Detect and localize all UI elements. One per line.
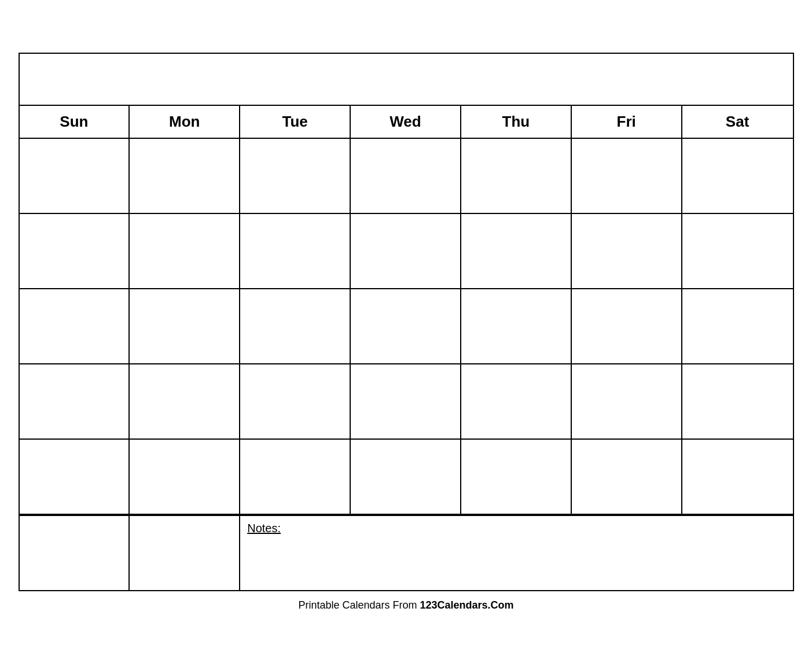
calendar-row xyxy=(20,364,793,440)
calendar-cell xyxy=(240,289,351,363)
notes-content: Notes: xyxy=(240,516,792,590)
calendar-cell xyxy=(682,214,793,288)
calendar-cell xyxy=(572,214,682,288)
footer-text-bold: 123Calendars.Com xyxy=(420,599,514,611)
calendar-header: Sun Mon Tue Wed Thu Fri Sat xyxy=(20,106,793,139)
calendar-cell xyxy=(572,139,682,213)
calendar-cell xyxy=(461,139,572,213)
calendar-cell xyxy=(461,440,572,514)
calendar-row xyxy=(20,440,793,515)
calendar-title-row xyxy=(20,54,793,106)
calendar-row xyxy=(20,289,793,364)
calendar-container: Sun Mon Tue Wed Thu Fri Sat xyxy=(19,53,794,591)
calendar-cell xyxy=(130,289,240,363)
calendar-row xyxy=(20,139,793,214)
calendar-cell xyxy=(682,139,793,213)
calendar-cell xyxy=(572,440,682,514)
footer-text-normal: Printable Calendars From xyxy=(298,599,420,611)
footer: Printable Calendars From 123Calendars.Co… xyxy=(19,591,794,615)
calendar-cell xyxy=(572,289,682,363)
calendar-grid: Notes: xyxy=(20,139,793,590)
calendar-cell xyxy=(461,214,572,288)
calendar-cell xyxy=(130,364,240,438)
calendar-cell xyxy=(682,289,793,363)
calendar-cell xyxy=(130,214,240,288)
calendar-cell xyxy=(20,214,130,288)
calendar-row xyxy=(20,214,793,289)
calendar-cell xyxy=(240,214,351,288)
calendar-cell xyxy=(351,214,461,288)
header-tue: Tue xyxy=(240,106,351,138)
calendar-cell xyxy=(20,139,130,213)
header-wed: Wed xyxy=(351,106,461,138)
header-sat: Sat xyxy=(682,106,793,138)
calendar-cell xyxy=(351,440,461,514)
header-fri: Fri xyxy=(572,106,682,138)
calendar-cell xyxy=(572,364,682,438)
header-mon: Mon xyxy=(130,106,240,138)
calendar-cell xyxy=(240,139,351,213)
calendar-cell xyxy=(240,364,351,438)
calendar-cell xyxy=(351,289,461,363)
calendar-cell xyxy=(351,139,461,213)
header-sun: Sun xyxy=(20,106,130,138)
calendar-cell xyxy=(461,289,572,363)
notes-cell-1 xyxy=(20,516,130,590)
header-thu: Thu xyxy=(461,106,572,138)
calendar-cell xyxy=(20,289,130,363)
calendar-cell xyxy=(130,440,240,514)
calendar-cell xyxy=(682,440,793,514)
calendar-cell xyxy=(240,440,351,514)
calendar-cell xyxy=(461,364,572,438)
calendar-cell xyxy=(20,364,130,438)
calendar-cell xyxy=(130,139,240,213)
calendar-cell xyxy=(351,364,461,438)
notes-cell-2 xyxy=(130,516,240,590)
notes-row: Notes: xyxy=(20,515,793,590)
calendar-cell xyxy=(20,440,130,514)
calendar-cell xyxy=(682,364,793,438)
notes-label: Notes: xyxy=(247,522,281,535)
